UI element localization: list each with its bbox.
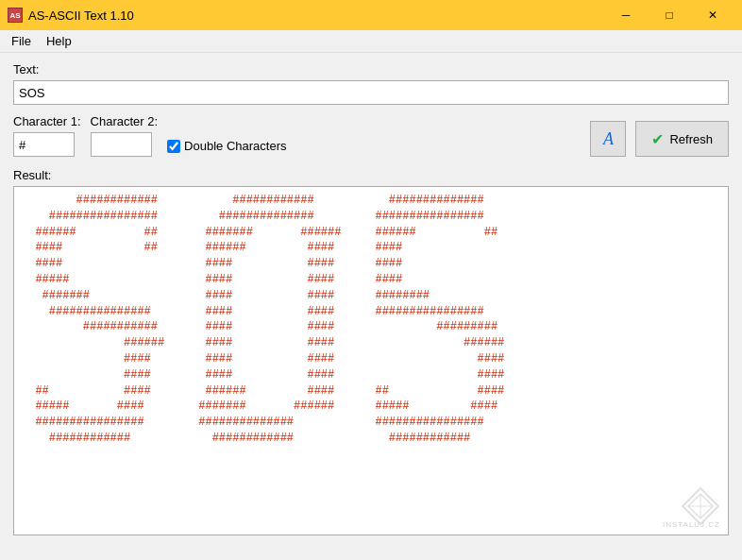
title-bar-left: AS AS-ASCII Text 1.10 (8, 8, 134, 23)
char1-input[interactable] (13, 132, 75, 157)
maximize-button[interactable]: □ (648, 0, 691, 30)
menu-bar: File Help (0, 30, 742, 53)
char2-group: Character 2: (91, 114, 159, 157)
char1-label: Character 1: (13, 114, 81, 128)
result-content: ############ ############ ##############… (14, 187, 728, 452)
close-button[interactable]: ✕ (691, 0, 734, 30)
text-input[interactable] (13, 80, 729, 105)
char1-group: Character 1: (13, 114, 81, 157)
options-row: Character 1: Character 2: Double Charact… (13, 114, 729, 157)
minimize-button[interactable]: ─ (604, 0, 648, 30)
result-box[interactable]: ############ ############ ##############… (13, 186, 729, 535)
double-chars-label: Double Characters (184, 139, 286, 153)
menu-file[interactable]: File (4, 32, 39, 50)
checkmark-icon: ✔ (651, 130, 664, 148)
font-button[interactable]: A (590, 121, 626, 157)
double-chars-checkbox[interactable] (167, 140, 180, 153)
result-label: Result: (13, 168, 729, 182)
double-chars-group: Double Characters (167, 139, 286, 157)
char2-input[interactable] (91, 132, 152, 157)
refresh-button[interactable]: ✔ Refresh (635, 121, 729, 157)
title-bar-controls: ─ □ ✕ (604, 0, 734, 30)
text-label: Text: (13, 62, 729, 76)
title-bar: AS AS-ASCII Text 1.10 ─ □ ✕ (0, 0, 742, 30)
main-content: Text: Character 1: Character 2: Double C… (0, 53, 742, 545)
instaluj-label: INSTALUJ.CZ (663, 520, 720, 529)
window-title: AS-ASCII Text 1.10 (28, 8, 134, 23)
menu-help[interactable]: Help (39, 32, 79, 50)
char2-label: Character 2: (91, 114, 159, 128)
result-section: Result: ############ ############ ######… (13, 168, 729, 535)
app-icon: AS (8, 8, 23, 23)
